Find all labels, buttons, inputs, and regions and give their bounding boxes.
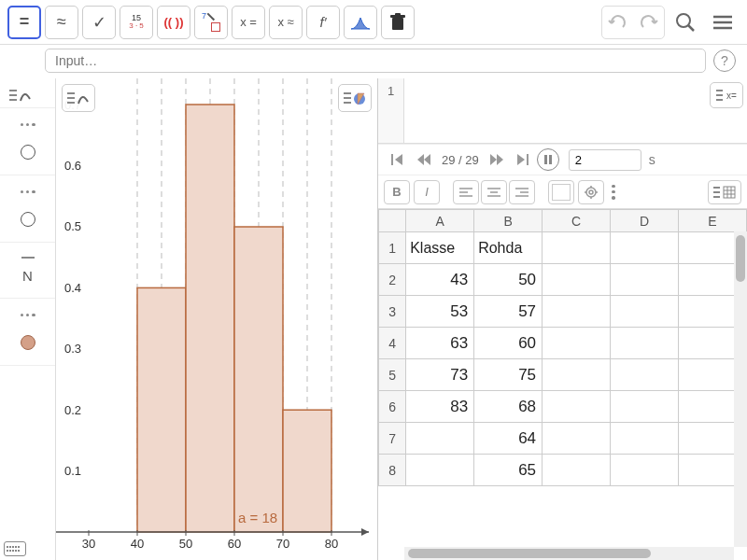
- cell[interactable]: [543, 296, 611, 328]
- graphics-style-button[interactable]: [62, 84, 95, 112]
- cell[interactable]: 65: [474, 455, 543, 486]
- cell[interactable]: [406, 423, 474, 455]
- cell[interactable]: [611, 391, 679, 423]
- spreadsheet-grid[interactable]: ABCDE 1KlasseRohda2435035357463605737568…: [378, 209, 747, 560]
- tool-keep-input[interactable]: ✓: [82, 6, 116, 39]
- cell[interactable]: [543, 423, 611, 455]
- cell[interactable]: [543, 391, 611, 423]
- cell[interactable]: 43: [406, 264, 474, 296]
- more-icon[interactable]: [21, 123, 35, 127]
- cas-input[interactable]: [404, 78, 706, 143]
- align-right-button[interactable]: [509, 180, 535, 204]
- row-header[interactable]: 4: [379, 328, 406, 359]
- search-button[interactable]: [669, 6, 702, 39]
- cell[interactable]: 68: [474, 391, 543, 423]
- corner-cell[interactable]: [379, 210, 406, 232]
- cell[interactable]: [543, 232, 611, 264]
- cell[interactable]: 53: [406, 296, 474, 328]
- cell[interactable]: 73: [406, 359, 474, 391]
- algebra-header[interactable]: [0, 82, 55, 108]
- cell[interactable]: [611, 232, 679, 264]
- algebra-item-2[interactable]: [0, 175, 55, 243]
- cell[interactable]: [543, 264, 611, 296]
- visibility-toggle[interactable]: [21, 335, 35, 350]
- keyboard-button[interactable]: [4, 541, 26, 556]
- graphics-view[interactable]: 30 40 50 60 70 80 0.1 0.2 0.3 0.4 0.5 0.…: [56, 78, 378, 560]
- cell[interactable]: [611, 328, 679, 359]
- more-icon[interactable]: [21, 314, 35, 317]
- sheet-style-button[interactable]: [708, 180, 741, 204]
- table-row: 35357: [379, 296, 747, 328]
- tool-evaluate[interactable]: =: [7, 6, 41, 39]
- visibility-toggle[interactable]: [21, 212, 35, 227]
- tool-solve[interactable]: x =: [232, 6, 265, 39]
- tool-delete[interactable]: [381, 6, 415, 39]
- cell[interactable]: [611, 455, 679, 486]
- cell[interactable]: [611, 423, 679, 455]
- bg-color-button[interactable]: [548, 180, 574, 204]
- align-center-button[interactable]: [481, 180, 507, 204]
- cell[interactable]: [543, 359, 611, 391]
- cell[interactable]: 83: [406, 391, 474, 423]
- cell[interactable]: 75: [474, 359, 543, 391]
- algebra-item-1[interactable]: [0, 108, 55, 175]
- more-icon[interactable]: [21, 190, 35, 194]
- nav-last-button[interactable]: [511, 147, 535, 172]
- more-options-button[interactable]: [612, 185, 615, 200]
- algebra-item-3[interactable]: N: [0, 243, 55, 299]
- tool-expand[interactable]: (( )): [157, 6, 190, 39]
- column-header[interactable]: A: [406, 210, 474, 232]
- cell[interactable]: 50: [474, 264, 543, 296]
- settings-button[interactable]: [578, 180, 604, 204]
- row-header[interactable]: 5: [379, 359, 406, 391]
- row-header[interactable]: 3: [379, 296, 406, 328]
- tool-derivative[interactable]: f′: [306, 6, 340, 39]
- vertical-scrollbar[interactable]: [734, 231, 747, 547]
- cell[interactable]: [611, 359, 679, 391]
- algebra-item-4[interactable]: [0, 299, 55, 366]
- command-input[interactable]: [45, 49, 706, 73]
- cas-options-button[interactable]: x=: [710, 82, 743, 108]
- tool-probability[interactable]: [344, 6, 377, 39]
- tool-substitute[interactable]: 7: [194, 6, 228, 39]
- help-button[interactable]: ?: [713, 49, 736, 72]
- align-left-button[interactable]: [453, 180, 479, 204]
- tool-nsolve[interactable]: x ≈: [269, 6, 303, 39]
- cell[interactable]: [543, 328, 611, 359]
- column-header[interactable]: E: [678, 210, 746, 232]
- redo-button[interactable]: [634, 8, 662, 36]
- cell[interactable]: 60: [474, 328, 543, 359]
- cell[interactable]: 57: [474, 296, 543, 328]
- cell[interactable]: Klasse: [406, 232, 474, 264]
- cell[interactable]: Rohda: [474, 232, 543, 264]
- column-header[interactable]: B: [474, 210, 543, 232]
- nav-next-button[interactable]: [485, 147, 509, 172]
- cell[interactable]: [611, 264, 679, 296]
- column-header[interactable]: D: [611, 210, 679, 232]
- nav-prev-button[interactable]: [412, 147, 436, 172]
- cell[interactable]: 63: [406, 328, 474, 359]
- cas-row-1[interactable]: 1 x=: [378, 78, 747, 144]
- undo-button[interactable]: [604, 8, 632, 36]
- menu-button[interactable]: [706, 6, 740, 39]
- row-header[interactable]: 6: [379, 391, 406, 423]
- row-header[interactable]: 2: [379, 264, 406, 296]
- tool-factor[interactable]: 15 3 · 5: [120, 6, 153, 39]
- row-header[interactable]: 1: [379, 232, 406, 264]
- nav-first-button[interactable]: [386, 147, 410, 172]
- tool-numeric[interactable]: ≈: [45, 6, 78, 39]
- nav-speed-input[interactable]: [569, 149, 641, 171]
- column-header[interactable]: C: [543, 210, 611, 232]
- cell[interactable]: [543, 455, 611, 486]
- cell[interactable]: [406, 455, 474, 486]
- italic-button[interactable]: I: [414, 180, 440, 204]
- visibility-toggle[interactable]: [21, 145, 35, 160]
- nav-pause-button[interactable]: [537, 148, 559, 171]
- graphics-options-button[interactable]: [338, 84, 372, 112]
- row-header[interactable]: 7: [379, 423, 406, 455]
- cell[interactable]: [611, 296, 679, 328]
- horizontal-scrollbar[interactable]: [404, 547, 734, 560]
- bold-button[interactable]: B: [384, 180, 410, 204]
- row-header[interactable]: 8: [379, 455, 406, 486]
- cell[interactable]: 64: [474, 423, 543, 455]
